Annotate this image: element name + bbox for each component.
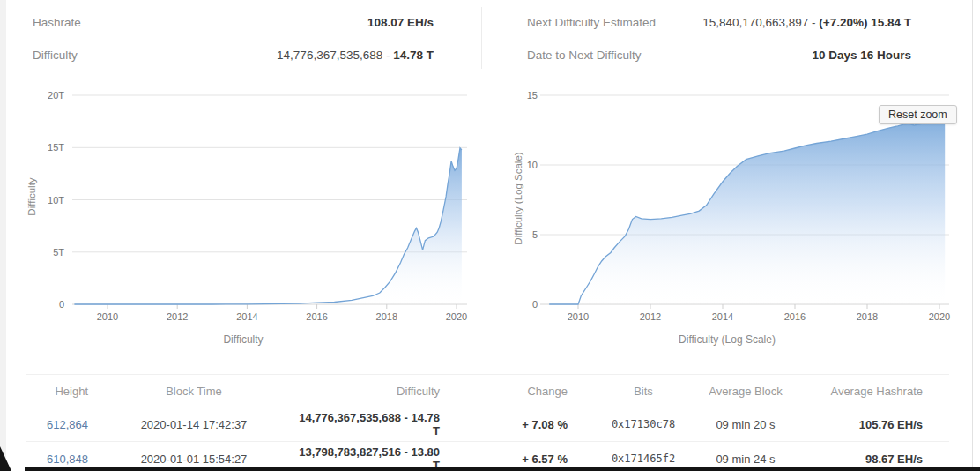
bottom-bar [25, 467, 980, 471]
y-tick-label: 5 [532, 229, 538, 240]
stat-date-to-next-label: Date to Next Difficulty [527, 49, 642, 62]
header-average-hashrate: Average Hashrate [786, 385, 949, 398]
difficulty-history-table: Height Block Time Difficulty Change Bits… [26, 374, 949, 471]
bitcoin-difficulty-dashboard: Hashrate 108.07 EH/s Difficulty 14,776,3… [0, 0, 980, 471]
legend-difficulty[interactable]: Difficulty [223, 333, 263, 346]
y-tick-label: 15 [527, 90, 538, 101]
x-tick-label: 2020 [929, 311, 950, 322]
average-hashrate-cell: 98.67 EH/s [786, 452, 949, 466]
change-cell: + 6.57 % [445, 452, 582, 466]
stat-hashrate-value: 108.07 EH/s [368, 16, 434, 29]
average-hashrate-cell: 105.76 EH/s [786, 418, 949, 431]
stat-hashrate-label: Hashrate [33, 16, 81, 29]
x-tick-label: 2016 [784, 311, 806, 322]
average-block-cell: 09 min 24 s [705, 452, 786, 466]
header-block-time: Block Time [93, 385, 295, 398]
stat-date-to-next-value: 10 Days 16 Hours [812, 49, 911, 62]
height-link[interactable]: 610,848 [26, 452, 93, 466]
table-row: 612,864 2020-01-14 17:42:37 14,776,367,5… [26, 407, 949, 442]
y-axis-title-linear: Difficulty [26, 177, 37, 215]
block-time-cell: 2020-01-14 17:42:37 [93, 418, 295, 431]
stat-next-difficulty: Next Difficulty Estimated 15,840,170,663… [527, 12, 911, 32]
stat-next-difficulty-label: Next Difficulty Estimated [527, 16, 656, 29]
x-tick-label: 2012 [640, 311, 661, 322]
x-tick-label: 2010 [568, 311, 589, 322]
header-difficulty: Difficulty [295, 385, 445, 398]
y-tick-label: 5T [53, 247, 64, 258]
bits-cell: 0x171465f2 [582, 452, 705, 465]
y-tick-label: 10T [48, 195, 64, 206]
difficulty-chart-linear: 05T10T15T20T201020122014201620182020 Dif… [0, 79, 490, 353]
x-tick-label: 2018 [376, 311, 397, 322]
header-bits: Bits [582, 385, 705, 398]
x-tick-label: 2014 [236, 311, 257, 322]
x-tick-label: 2010 [97, 311, 118, 322]
x-tick-label: 2020 [446, 311, 467, 322]
y-tick-label: 10 [527, 160, 538, 170]
difficulty-cell: 14,776,367,535,688 - 14.78 T [295, 411, 445, 437]
area-fill [549, 120, 945, 304]
bits-cell: 0x17130c78 [582, 418, 705, 430]
header-change: Change [445, 385, 582, 398]
average-block-cell: 09 min 20 s [705, 418, 786, 431]
content-right-border [972, 0, 973, 467]
y-tick-label: 20T [48, 90, 64, 101]
header-height: Height [26, 385, 93, 398]
table-header-row: Height Block Time Difficulty Change Bits… [26, 374, 949, 407]
x-tick-label: 2016 [306, 311, 327, 322]
reset-zoom-button[interactable]: Reset zoom [879, 105, 957, 124]
difficulty-linear-plot-area[interactable]: 05T10T15T20T201020122014201620182020 [0, 79, 490, 353]
stat-difficulty: Difficulty 14,776,367,535,688 - 14.78 T [33, 45, 434, 64]
header-average-block: Average Block [705, 385, 786, 398]
height-link[interactable]: 612,864 [26, 418, 93, 431]
stat-difficulty-label: Difficulty [33, 49, 78, 62]
block-time-cell: 2020-01-01 15:54:27 [93, 452, 295, 466]
y-tick-label: 0 [532, 299, 538, 310]
y-tick-label: 15T [48, 142, 64, 153]
x-tick-label: 2014 [712, 311, 733, 322]
stats-divider [481, 7, 482, 69]
x-tick-label: 2018 [857, 311, 878, 322]
difficulty-chart-log: 051015201020122014201620182020 Difficult… [490, 79, 980, 353]
stat-next-difficulty-value: 15,840,170,663,897 - (+7.20%) 15.84 T [702, 16, 911, 29]
stat-hashrate: Hashrate 108.07 EH/s [33, 12, 434, 32]
area-fill [74, 148, 462, 304]
stat-difficulty-value: 14,776,367,535,688 - 14.78 T [277, 49, 434, 62]
legend-difficulty-log[interactable]: Difficulty (Log Scale) [679, 333, 776, 346]
stat-date-to-next: Date to Next Difficulty 10 Days 16 Hours [527, 45, 911, 64]
x-tick-label: 2012 [167, 311, 188, 322]
change-cell: + 7.08 % [445, 418, 582, 431]
y-tick-label: 0 [59, 299, 64, 310]
y-axis-title-log: Difficulty (Log Scale) [513, 152, 523, 244]
